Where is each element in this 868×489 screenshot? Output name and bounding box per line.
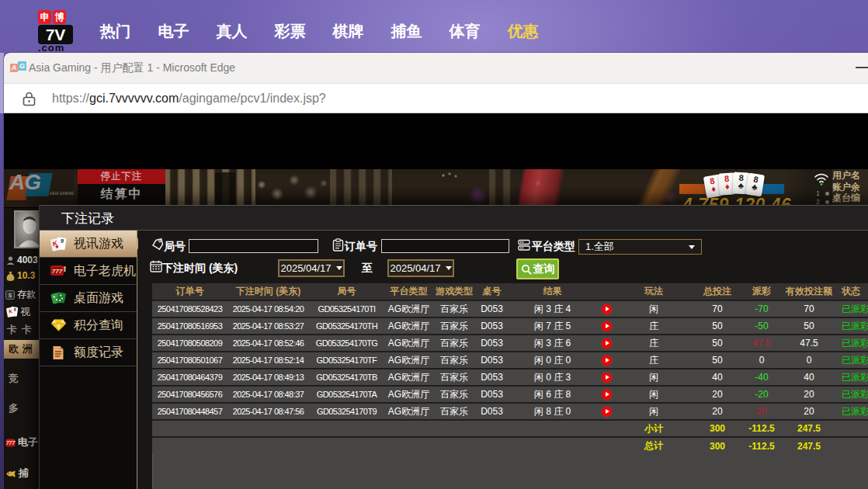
green-dice-icon [50, 290, 67, 306]
casino-blinds [489, 169, 516, 205]
order-no-input[interactable] [381, 239, 509, 253]
svg-text:777: 777 [6, 440, 16, 446]
nav-item[interactable]: 热门 [86, 21, 144, 42]
table-header-cell: 平台类型 [384, 283, 433, 300]
date-to-value: 2025/04/17 [390, 262, 440, 274]
logo-tld: .com [38, 44, 85, 51]
table-header-cell: 结果 [509, 283, 596, 300]
clipboard-icon [332, 238, 344, 251]
replay-button[interactable] [602, 338, 612, 349]
bet-record-row: 2504170804565762025-04-17 08:48:37GD0532… [152, 386, 868, 403]
browser-titlebar[interactable]: A G Asia Gaming - 用户配置 1 - Microsoft Edg… [4, 53, 868, 84]
table-header-cell: 游戏类型 [433, 283, 475, 300]
table-header-row: 订单号下注时间 (美东)局号平台类型游戏类型桌号结果玩法总投注派彩有效投注额状态 [152, 283, 868, 300]
lobby-active-hall[interactable]: 欧洲 [4, 340, 39, 359]
date-from-value: 2025/04/17 [280, 262, 331, 274]
modal-sidebar: K9视讯游戏777电子老虎机桌面游戏积分查询额度记录 [40, 231, 137, 489]
date-to-select[interactable]: 2025/04/17 [387, 259, 454, 277]
dropdown-caret-icon [336, 266, 342, 270]
svg-text:$: $ [9, 292, 12, 299]
site-nav: 热门电子真人彩票棋牌捕鱼体育优惠 [86, 10, 552, 53]
wifi-icon [814, 172, 829, 186]
modal-tab-playing-cards[interactable]: K9视讯游戏 [40, 231, 137, 258]
nav-item[interactable]: 真人 [203, 21, 261, 42]
table-header-cell [596, 283, 616, 300]
replay-button[interactable] [602, 321, 612, 331]
round-no-input[interactable] [189, 239, 318, 253]
modal-tab-green-dice[interactable]: 桌面游戏 [40, 285, 137, 312]
ag-logo-card: AG ASIA GAMING [4, 169, 74, 207]
table-info-panel: 用户名账户余桌台编 [832, 169, 868, 205]
replay-button[interactable] [602, 373, 612, 383]
modal-tab-slot-777[interactable]: 777电子老虎机 [40, 258, 137, 285]
modal-titlebar: 下注记录 [40, 206, 868, 231]
nav-item[interactable]: 体育 [436, 21, 494, 42]
replay-button[interactable] [602, 390, 612, 400]
page-viewport: AG ASIA GAMING 停止下注 结算中 8♦︎8♦︎8♣︎8♣︎ 4,7… [4, 113, 868, 489]
dropdown-caret-icon [446, 266, 452, 270]
minimize-button[interactable] [856, 67, 868, 68]
replay-button[interactable] [602, 355, 612, 366]
bet-record-row: 2504170805082092025-04-17 08:52:46GD0532… [152, 335, 868, 352]
orange-document-icon [50, 345, 67, 360]
nav-item[interactable]: 电子 [144, 21, 203, 42]
lobby-item-fish[interactable]: 捕 [5, 466, 29, 480]
table-header-cell: 局号 [309, 283, 384, 300]
url-text[interactable]: https://gci.7vvvvvv.com/agingame/pcv1/in… [52, 84, 326, 113]
lobby-item-sport[interactable]: 竞 [9, 372, 24, 386]
casino-blinds [330, 169, 392, 205]
bet-time-label: 下注时间 (美东) [162, 262, 238, 274]
browser-window: A G Asia Gaming - 用户配置 1 - Microsoft Edg… [4, 53, 868, 489]
casino-silhouette [215, 172, 235, 205]
site-logo[interactable]: 申 博 7V .com [38, 10, 85, 57]
nav-item[interactable]: 捕鱼 [377, 21, 436, 42]
url-path: /agingame/pcv1/index.jsp? [179, 92, 325, 106]
address-bar[interactable]: https://gci.7vvvvvv.com/agingame/pcv1/in… [4, 84, 868, 113]
search-button[interactable]: 查询 [516, 258, 559, 279]
slot-777-icon: 777 [50, 264, 67, 278]
lobby-item-multi[interactable]: 多 [9, 401, 24, 415]
platform-type-label: 平台类型 [532, 240, 575, 252]
table-header-cell: 桌号 [475, 283, 509, 300]
platform-type-select[interactable]: 1.全部 [578, 239, 702, 255]
table-info-label: 用户名 [832, 170, 868, 182]
lobby-card-label[interactable]: 卡卡 [7, 323, 36, 337]
ag-favicon: A G [10, 61, 26, 73]
lobby-sidebar: 4003 10.3 $ 存款 K 9 视 卡卡 欧洲 竞 [4, 205, 39, 489]
settling-label: 结算中 [78, 184, 165, 205]
table-header-cell: 下注时间 (美东) [227, 283, 309, 300]
playing-cards-icon: K9 [50, 236, 67, 252]
lobby-item-slots[interactable]: 777 电子 [5, 435, 38, 449]
tag-icon [151, 238, 165, 251]
table-header-cell: 总投注 [691, 283, 744, 300]
modal-tab-gold-diamond[interactable]: 积分查询 [40, 312, 137, 339]
table-header-cell: 玩法 [616, 283, 691, 300]
platform-select-value: 1.全部 [585, 240, 614, 254]
lobby-user-id: 4003 [6, 255, 38, 265]
summary-row: 总计300-112.5247.5 [152, 437, 868, 454]
modal-tab-orange-document[interactable]: 额度记录 [40, 339, 137, 366]
date-from-select[interactable]: 2025/04/17 [278, 259, 345, 277]
window-title: Asia Gaming - 用户配置 1 - Microsoft Edge [29, 53, 235, 84]
lobby-deposit[interactable]: $ 存款 [5, 288, 36, 301]
bet-records-modal: 下注记录 K9视讯游戏777电子老虎机桌面游戏积分查询额度记录 局号 [39, 205, 868, 489]
summary-row: 小计300-112.5247.5 [152, 420, 868, 437]
url-scheme: https:// [52, 92, 89, 106]
lobby-video-games[interactable]: K 9 视 [6, 305, 30, 319]
table-header-cell: 派彩 [744, 283, 779, 300]
dropdown-caret-icon [689, 245, 695, 249]
order-no-label: 订单号 [345, 240, 377, 252]
table-header-cell: 订单号 [152, 283, 227, 300]
magnifier-icon [521, 264, 532, 275]
replay-button[interactable] [602, 407, 612, 417]
logo-badge-right: 博 [53, 10, 66, 24]
replay-button[interactable] [602, 304, 612, 314]
casino-video-strip: AG ASIA GAMING 停止下注 结算中 8♦︎8♦︎8♣︎8♣︎ 4,7… [4, 169, 868, 205]
bet-record-row: 2504170804643792025-04-17 08:49:13GD0532… [152, 369, 868, 386]
nav-item[interactable]: 棋牌 [319, 21, 377, 42]
modal-title: 下注记录 [61, 210, 114, 227]
nav-item[interactable]: 彩票 [261, 21, 319, 42]
nav-item[interactable]: 优惠 [494, 21, 552, 42]
svg-text:777: 777 [52, 268, 63, 275]
round-no-label: 局号 [164, 240, 186, 252]
